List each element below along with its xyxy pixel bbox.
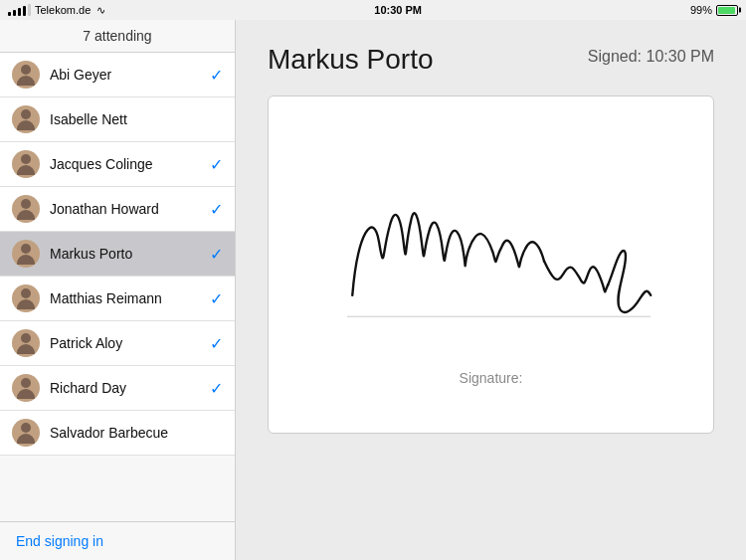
- detail-name: Markus Porto: [268, 44, 434, 76]
- sidebar-footer: End signing in: [0, 521, 235, 560]
- status-left: Telekom.de ∿: [8, 4, 105, 17]
- list-item[interactable]: Markus Porto✓: [0, 232, 235, 277]
- checkmark-icon: ✓: [210, 289, 223, 308]
- list-item-name: Markus Porto: [50, 246, 206, 262]
- avatar: [12, 105, 40, 133]
- avatar: [12, 61, 40, 89]
- checkmark-icon: ✓: [210, 155, 223, 174]
- detail-panel: Markus Porto Signed: 10:30 PM Signature:: [236, 20, 746, 560]
- avatar: [12, 240, 40, 268]
- list-item[interactable]: Patrick Aloy✓: [0, 321, 235, 366]
- avatar: [12, 195, 40, 223]
- list-item[interactable]: Richard Day✓: [0, 366, 235, 411]
- list-item-name: Salvador Barbecue: [50, 425, 223, 441]
- sidebar-header: 7 attending: [0, 20, 235, 53]
- checkmark-icon: ✓: [210, 379, 223, 398]
- checkmark-icon: ✓: [210, 200, 223, 219]
- list-item-name: Jacques Colinge: [50, 156, 206, 172]
- list-item[interactable]: Jacques Colinge✓: [0, 142, 235, 187]
- wifi-icon: ∿: [96, 4, 105, 17]
- end-signing-button[interactable]: End signing in: [16, 533, 103, 549]
- checkmark-icon: ✓: [210, 334, 223, 353]
- battery-icon: [716, 5, 738, 16]
- list-item-name: Jonathan Howard: [50, 201, 206, 217]
- detail-signed: Signed: 10:30 PM: [588, 48, 714, 66]
- time-label: 10:30 PM: [374, 4, 422, 16]
- main-content: 7 attending Abi Geyer✓Isabelle NettJacqu…: [0, 20, 746, 560]
- avatar: [12, 374, 40, 402]
- list-item-name: Matthias Reimann: [50, 290, 206, 306]
- signature-label: Signature:: [460, 370, 523, 386]
- checkmark-icon: ✓: [210, 245, 223, 264]
- list-item-name: Patrick Aloy: [50, 335, 206, 351]
- carrier-label: Telekom.de: [35, 4, 91, 16]
- list-item[interactable]: Abi Geyer✓: [0, 53, 235, 97]
- avatar: [12, 284, 40, 312]
- list-item[interactable]: Matthias Reimann✓: [0, 277, 235, 321]
- battery-percent: 99%: [690, 4, 712, 16]
- sidebar: 7 attending Abi Geyer✓Isabelle NettJacqu…: [0, 20, 236, 560]
- list-item-name: Richard Day: [50, 380, 206, 396]
- list-item-name: Isabelle Nett: [50, 111, 223, 127]
- signal-icon: [8, 4, 31, 16]
- signature-box: Signature:: [268, 95, 714, 434]
- avatar: [12, 419, 40, 447]
- signature-image: [288, 143, 693, 362]
- avatar: [12, 329, 40, 357]
- list-item[interactable]: Salvador Barbecue: [0, 411, 235, 456]
- detail-header: Markus Porto Signed: 10:30 PM: [268, 44, 714, 76]
- list-item[interactable]: Isabelle Nett: [0, 97, 235, 142]
- list-item[interactable]: Jonathan Howard✓: [0, 187, 235, 232]
- checkmark-icon: ✓: [210, 66, 223, 85]
- status-bar: Telekom.de ∿ 10:30 PM 99%: [0, 0, 746, 20]
- sidebar-list: Abi Geyer✓Isabelle NettJacques Colinge✓J…: [0, 53, 235, 521]
- status-right: 99%: [690, 4, 738, 16]
- avatar: [12, 150, 40, 178]
- list-item-name: Abi Geyer: [50, 67, 206, 83]
